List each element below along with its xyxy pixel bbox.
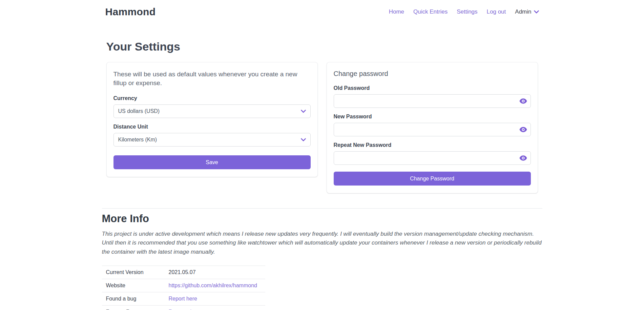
table-row: Current Version 2021.05.07 bbox=[102, 266, 265, 279]
defaults-card: These will be used as default values whe… bbox=[106, 62, 318, 177]
nav-links: Home Quick Entries Settings Log out Admi… bbox=[389, 8, 539, 15]
currency-label: Currency bbox=[113, 95, 311, 101]
eye-icon bbox=[519, 127, 527, 132]
main-content: Your Settings These will be used as defa… bbox=[102, 40, 542, 310]
info-label: Found a bug bbox=[102, 292, 169, 306]
currency-selected-value: US dollars (USD) bbox=[118, 108, 160, 114]
new-password-input[interactable] bbox=[334, 123, 531, 136]
password-card-title: Change password bbox=[334, 70, 531, 78]
currency-select[interactable]: US dollars (USD) bbox=[113, 104, 311, 118]
table-row: Website https://github.com/akhilrex/hamm… bbox=[102, 279, 265, 292]
new-password-label: New Password bbox=[334, 114, 531, 120]
nav-item-settings[interactable]: Settings bbox=[457, 8, 477, 15]
info-label: Feature Request bbox=[102, 306, 169, 310]
info-value: https://github.com/akhilrex/hammond bbox=[169, 279, 265, 292]
password-card: Change password Old Password New Passwor… bbox=[327, 62, 538, 193]
info-value: Report here bbox=[169, 292, 265, 306]
nav-item-home[interactable]: Home bbox=[389, 8, 404, 15]
info-value: 2021.05.07 bbox=[169, 266, 265, 279]
old-password-label: Old Password bbox=[334, 85, 531, 91]
table-row: Found a bug Report here bbox=[102, 292, 265, 306]
repeat-password-label: Repeat New Password bbox=[334, 142, 531, 148]
eye-icon bbox=[519, 155, 527, 161]
distance-unit-select[interactable]: Kilometers (Km) bbox=[113, 133, 311, 147]
user-menu-label: Admin bbox=[515, 8, 531, 15]
nav-item-logout[interactable]: Log out bbox=[487, 8, 506, 15]
change-password-button[interactable]: Change Password bbox=[334, 172, 531, 186]
website-link[interactable]: https://github.com/akhilrex/hammond bbox=[169, 283, 257, 288]
save-button[interactable]: Save bbox=[113, 155, 311, 169]
info-label: Current Version bbox=[102, 266, 169, 279]
page-title: Your Settings bbox=[102, 40, 542, 53]
more-info-title: More Info bbox=[102, 213, 542, 225]
toggle-repeat-password-visibility-button[interactable] bbox=[519, 155, 528, 161]
section-divider bbox=[102, 208, 542, 209]
report-bug-link[interactable]: Report here bbox=[169, 296, 198, 302]
nav-user-menu[interactable]: Admin bbox=[515, 8, 539, 15]
development-note: This project is under active development… bbox=[102, 230, 542, 256]
eye-icon bbox=[519, 98, 527, 104]
repeat-password-input[interactable] bbox=[334, 151, 531, 165]
chevron-down-icon bbox=[534, 10, 539, 14]
chevron-down-icon bbox=[301, 110, 306, 113]
old-password-input[interactable] bbox=[334, 94, 531, 108]
more-info-table: Current Version 2021.05.07 Website https… bbox=[102, 266, 265, 310]
info-value: Request here bbox=[169, 306, 265, 310]
toggle-new-password-visibility-button[interactable] bbox=[519, 126, 528, 133]
distance-unit-label: Distance Unit bbox=[113, 124, 311, 130]
info-label: Website bbox=[102, 279, 169, 292]
defaults-description: These will be used as default values whe… bbox=[113, 70, 311, 87]
navbar: Hammond Home Quick Entries Settings Log … bbox=[0, 0, 644, 24]
toggle-old-password-visibility-button[interactable] bbox=[519, 98, 528, 104]
table-row: Feature Request Request here bbox=[102, 306, 265, 310]
chevron-down-icon bbox=[301, 138, 306, 141]
brand-logo[interactable]: Hammond bbox=[105, 6, 156, 18]
nav-item-quick-entries[interactable]: Quick Entries bbox=[413, 8, 448, 15]
distance-selected-value: Kilometers (Km) bbox=[118, 137, 157, 143]
